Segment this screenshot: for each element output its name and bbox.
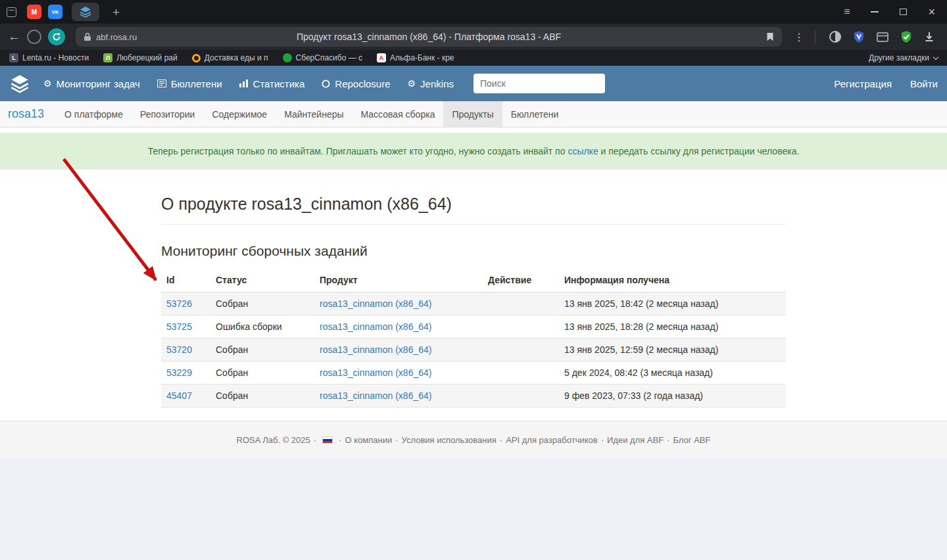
- auth-links: Регистрация Войти: [834, 78, 938, 89]
- build-status: Ошибка сборки: [216, 321, 282, 332]
- adblock-shield-icon[interactable]: [852, 30, 865, 44]
- yandex-services-icon[interactable]: [27, 30, 41, 44]
- tab-products[interactable]: Продукты: [443, 101, 502, 127]
- page-title: Продукт rosa13_cinnamon (x86_64) - Платф…: [76, 32, 782, 42]
- nav-statistics[interactable]: Статистика: [239, 78, 305, 89]
- active-tab-abf[interactable]: [72, 3, 99, 21]
- tab-repositories[interactable]: Репозитории: [132, 101, 203, 127]
- build-info: 9 фев 2023, 07:33 (2 года назад): [564, 390, 703, 401]
- minimize-icon[interactable]: [871, 11, 879, 12]
- bar-chart-icon: [239, 80, 249, 87]
- footer-link-api[interactable]: API для разработчиков: [506, 435, 597, 445]
- col-info: Информация получена: [564, 275, 669, 285]
- nav-label: Jenkins: [420, 78, 454, 89]
- table-row: 53726 Собран rosa13_cinnamon (x86_64) 13…: [161, 292, 786, 315]
- product-link[interactable]: rosa13_cinnamon (x86_64): [320, 298, 431, 309]
- tab-maintainers[interactable]: Майнтейнеры: [276, 101, 352, 127]
- build-id-link[interactable]: 53725: [166, 321, 192, 332]
- refresh-icon[interactable]: [48, 28, 65, 45]
- close-icon[interactable]: ×: [928, 5, 935, 19]
- product-link[interactable]: rosa13_cinnamon (x86_64): [320, 321, 431, 332]
- new-tab-button[interactable]: +: [109, 5, 124, 19]
- gear-icon: ⚙: [408, 78, 416, 89]
- delivery-favicon: [192, 54, 201, 62]
- col-id: Id: [166, 275, 174, 285]
- other-bookmarks-button[interactable]: Другие закладки: [869, 53, 938, 62]
- product-link[interactable]: rosa13_cinnamon (x86_64): [320, 390, 431, 401]
- tab-mass-build[interactable]: Массовая сборка: [352, 101, 444, 127]
- bookmark-lyubertsy[interactable]: Л Люберецкий рай: [103, 53, 178, 62]
- antivirus-shield-icon[interactable]: [900, 30, 913, 44]
- build-id-link[interactable]: 53229: [166, 367, 192, 378]
- col-action: Действие: [488, 275, 531, 285]
- bookmark-flag-icon[interactable]: [766, 32, 774, 41]
- footer-link-blog[interactable]: Блог ABF: [673, 435, 710, 445]
- bookmark-alfabank[interactable]: А Альфа-Банк - кре: [377, 53, 454, 62]
- footer-link-ideas[interactable]: Идеи для ABF: [607, 435, 664, 445]
- contrast-extension-icon[interactable]: [829, 30, 842, 43]
- tab-contents[interactable]: Содержимое: [203, 101, 276, 127]
- downloads-icon[interactable]: [923, 31, 935, 43]
- russia-flag-icon: [322, 436, 333, 444]
- banner-text: Теперь регистрация только по инвайтам. П…: [148, 146, 568, 156]
- page-actions-icon[interactable]: ⋮: [792, 31, 806, 43]
- product-link[interactable]: rosa13_cinnamon (x86_64): [320, 344, 431, 355]
- table-header-row: Id Статус Продукт Действие Информация по…: [161, 268, 786, 292]
- platform-brand-link[interactable]: rosa13: [0, 101, 56, 127]
- back-icon[interactable]: ←: [8, 30, 20, 44]
- nav-label: Мониторинг задач: [57, 78, 140, 89]
- bookmark-sberspasibo[interactable]: СберСпасибо — с: [283, 53, 363, 62]
- footer-separator: ·: [667, 435, 669, 445]
- rosa-abf-logo-icon[interactable]: [9, 73, 30, 94]
- alfa-favicon: А: [377, 53, 386, 62]
- address-bar[interactable]: Продукт rosa13_cinnamon (x86_64) - Платф…: [76, 27, 782, 47]
- circle-icon: [322, 80, 330, 88]
- pinned-tab-mail[interactable]: M: [27, 5, 41, 19]
- abf-favicon-stack-icon: [79, 5, 92, 18]
- nav-label: Статистика: [253, 78, 305, 89]
- pinned-tab-vk[interactable]: VK: [48, 5, 62, 19]
- register-link[interactable]: Регистрация: [834, 78, 892, 89]
- invite-notice-banner: Теперь регистрация только по инвайтам. П…: [0, 133, 947, 170]
- footer-separator: ·: [339, 435, 341, 445]
- footer-separator: ·: [395, 435, 398, 445]
- bookmark-label: СберСпасибо — с: [296, 53, 363, 62]
- tab-about-platform[interactable]: О платформе: [56, 101, 132, 127]
- lock-icon: [84, 32, 91, 41]
- main-content: О продукте rosa13_cinnamon (x86_64) Мони…: [161, 170, 786, 408]
- build-status: Собран: [216, 390, 248, 401]
- gears-icon: ⚙: [43, 78, 52, 89]
- build-id-link[interactable]: 53720: [166, 344, 192, 355]
- build-monitoring-heading: Мониторинг сборочных заданий: [161, 243, 786, 259]
- tab-bulletins[interactable]: Бюллетени: [502, 101, 568, 127]
- invite-link[interactable]: ссылке: [568, 146, 598, 156]
- site-header: ⚙ Мониторинг задач Бюллетени: [0, 66, 947, 101]
- build-info: 5 дек 2024, 08:42 (3 месяца назад): [564, 367, 713, 378]
- lenta-favicon: L: [9, 53, 18, 62]
- build-id-link[interactable]: 53726: [166, 298, 192, 309]
- bookmark-delivery[interactable]: Доставка еды и п: [192, 53, 268, 62]
- build-id-link[interactable]: 45407: [166, 390, 192, 401]
- product-link[interactable]: rosa13_cinnamon (x86_64): [320, 367, 431, 378]
- page-viewport: ⚙ Мониторинг задач Бюллетени: [0, 66, 947, 560]
- maximize-icon[interactable]: [900, 9, 907, 15]
- nav-bulletins[interactable]: Бюллетени: [157, 78, 222, 89]
- nav-label: Repoclosure: [335, 78, 390, 89]
- footer-link-about[interactable]: О компании: [345, 435, 392, 445]
- window-app-icon: [7, 7, 16, 17]
- card-extension-icon[interactable]: [876, 30, 889, 43]
- bookmark-label: Lenta.ru - Новости: [22, 53, 89, 62]
- login-link[interactable]: Войти: [910, 78, 938, 89]
- bookmark-lenta[interactable]: L Lenta.ru - Новости: [9, 53, 89, 62]
- table-row: 45407 Собран rosa13_cinnamon (x86_64) 9 …: [161, 385, 786, 408]
- search-input[interactable]: [474, 74, 605, 93]
- nav-jenkins[interactable]: ⚙ Jenkins: [408, 78, 454, 89]
- footer-link-terms[interactable]: Условия использования: [402, 435, 497, 445]
- browser-menu-icon[interactable]: ≡: [844, 6, 850, 18]
- browser-tab-bar: M VK + ≡ ×: [0, 0, 947, 24]
- nav-task-monitoring[interactable]: ⚙ Мониторинг задач: [43, 78, 140, 89]
- url-domain: abf.rosa.ru: [96, 32, 137, 42]
- table-row: 53229 Собран rosa13_cinnamon (x86_64) 5 …: [161, 362, 786, 385]
- extensions-area: [825, 30, 939, 44]
- nav-repoclosure[interactable]: Repoclosure: [322, 78, 390, 89]
